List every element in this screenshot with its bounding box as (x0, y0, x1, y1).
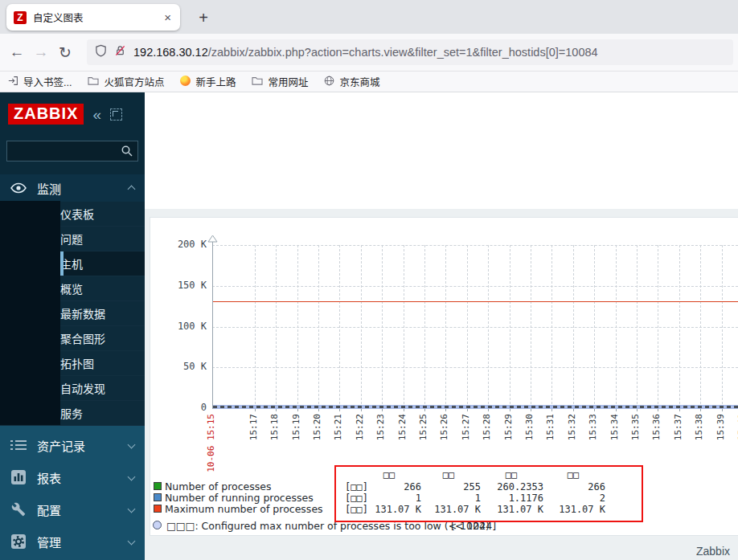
submenu-item-label: 概览 (60, 280, 83, 296)
sidebar-subitem-聚合图形[interactable]: 聚合图形 (0, 326, 145, 351)
x-axis-label: 15:20 (312, 414, 322, 440)
zabbix-favicon-icon: Z (14, 11, 27, 24)
sidebar-item-配置[interactable]: 配置 (0, 493, 145, 525)
x-axis-label: 15:32 (567, 414, 577, 440)
x-axis-label: 15:36 (651, 414, 662, 440)
tab-close-icon[interactable]: × (162, 10, 173, 24)
shield-icon[interactable] (95, 44, 107, 60)
sidebar-item-报表[interactable]: 报表 (0, 461, 145, 493)
y-axis-label: 0 (150, 402, 207, 413)
search-input[interactable] (6, 141, 138, 161)
url-text[interactable]: 192.168.30.12/zabbix/zabbix.php?action=c… (133, 46, 598, 59)
bookmark-label: 火狐官方站点 (104, 74, 164, 89)
bookmark-label: 常用网址 (268, 74, 308, 89)
sidebar-item-管理[interactable]: 管理 (0, 525, 145, 558)
sidebar-item-label: 配置 (37, 501, 118, 518)
x-gridline (700, 245, 701, 408)
bookmark-item[interactable]: 火狐官方站点 (88, 74, 164, 89)
search-icon[interactable] (121, 145, 133, 161)
x-axis-label: 15:17 (248, 414, 259, 440)
chevron-down-icon (128, 440, 136, 448)
y-axis-line (212, 239, 213, 409)
sidebar-item-label: 报表 (37, 469, 118, 486)
sidebar-subitem-主机[interactable]: 主机 (0, 251, 145, 276)
sidebar-subitem-服务[interactable]: 服务 (0, 401, 145, 426)
submenu-item-label: 主机 (60, 255, 83, 272)
browser-tab[interactable]: Z 自定义图表 × (6, 4, 180, 31)
sidebar-item-monitoring[interactable]: 监测 (0, 174, 145, 202)
x-axis-label: 15:39 (715, 414, 726, 440)
monitoring-submenu: 仪表板问题主机概览最新数据聚合图形拓扑图自动发现服务 (0, 202, 145, 426)
gear-icon (10, 533, 27, 550)
sidebar-subitem-问题[interactable]: 问题 (0, 227, 145, 251)
sidebar-item-资产记录[interactable]: 资产记录 (0, 429, 145, 461)
wrench-icon (10, 501, 27, 517)
x-axis-label: 15:31 (545, 414, 556, 440)
sidebar-item-label: 管理 (37, 533, 118, 550)
browser-tab-bar: Z 自定义图表 × + (0, 0, 738, 34)
y-axis-label: 100 K (150, 321, 207, 332)
reload-button[interactable]: ↻ (53, 40, 77, 64)
bookmark-item[interactable]: 京东商城 (324, 74, 379, 89)
submenu-item-label: 拓扑图 (60, 355, 94, 371)
x-axis-label: 15:18 (269, 414, 280, 440)
x-axis-label: 15:26 (439, 414, 449, 440)
trigger-marker-icon (153, 521, 162, 529)
bookmark-item[interactable]: 常用网址 (252, 74, 308, 89)
x-gridline (318, 245, 319, 408)
x-gridline (510, 245, 510, 408)
back-button[interactable]: ← (5, 40, 29, 64)
sidebar-item-label: 资产记录 (37, 437, 118, 454)
submenu-item-label: 自动发现 (60, 380, 105, 396)
x-gridline (679, 245, 680, 408)
new-tab-button[interactable]: + (191, 6, 215, 30)
sidebar-subitem-仪表板[interactable]: 仪表板 (0, 202, 145, 227)
sidebar-item-label: 监测 (37, 180, 118, 197)
sidebar-search-row (6, 141, 138, 161)
url-path: /zabbix/zabbix.php?action=charts.view&fi… (208, 46, 598, 59)
x-axis-label: 15:27 (461, 414, 471, 440)
app: ZABBIX « 监测 仪表板问题主机概览最新数据聚合图形拓扑图自动发现服务 资… (0, 92, 738, 560)
collapse-sidebar-icon[interactable]: « (92, 107, 101, 122)
report-icon (10, 469, 27, 485)
page-footer: Zabbix (696, 545, 730, 558)
y-gridline (212, 286, 738, 287)
sidebar-subitem-概览[interactable]: 概览 (0, 276, 145, 301)
folder-icon (252, 76, 263, 88)
sidebar-subitem-自动发现[interactable]: 自动发现 (0, 376, 145, 401)
x-gridline (339, 245, 340, 408)
chevron-down-icon (128, 472, 136, 480)
browser-nav-bar: ← → ↻ 192.168.30.12/zabbix/zabbix.php?ac… (0, 34, 738, 72)
chart-panel: 050 K100 K150 K200 K15:1715:1815:1915:20… (150, 217, 738, 536)
x-gridline (594, 245, 595, 408)
sidebar-subitem-最新数据[interactable]: 最新数据 (0, 301, 145, 326)
x-gridline (616, 245, 617, 408)
x-axis-label: 15:29 (503, 414, 514, 440)
url-bar[interactable]: 192.168.30.12/zabbix/zabbix.php?action=c… (87, 39, 733, 65)
x-gridline (255, 245, 256, 408)
y-axis-label: 50 K (150, 361, 207, 372)
x-axis-label: 15:22 (355, 414, 365, 440)
hide-sidebar-icon[interactable] (110, 108, 122, 121)
list-icon (10, 437, 27, 453)
bookmark-item[interactable]: 导入书签... (8, 74, 72, 89)
bookmark-label: 新手上路 (195, 74, 236, 89)
bookmark-item[interactable]: 新手上路 (180, 74, 236, 89)
main-content: 050 K100 K150 K200 K15:1715:1815:1915:20… (145, 92, 738, 560)
legend-color-swatch (154, 482, 162, 490)
sidebar-subitem-拓扑图[interactable]: 拓扑图 (0, 351, 145, 376)
firefox-icon (180, 76, 191, 88)
annotation-red-box (334, 465, 643, 522)
zabbix-logo[interactable]: ZABBIX (8, 104, 84, 125)
x-axis-label: 15:33 (588, 414, 598, 440)
trigger-line-dashes (213, 406, 738, 408)
x-axis-label: 15:35 (630, 414, 641, 440)
series-line-maximum-processes (213, 301, 738, 302)
chevron-down-icon (128, 505, 136, 513)
x-gridline (276, 245, 277, 408)
legend-series-name: Number of processes (165, 480, 271, 493)
insecure-lock-icon[interactable] (114, 44, 126, 60)
x-gridline (361, 245, 362, 408)
x-gridline (467, 245, 468, 408)
x-gridline (445, 245, 446, 408)
